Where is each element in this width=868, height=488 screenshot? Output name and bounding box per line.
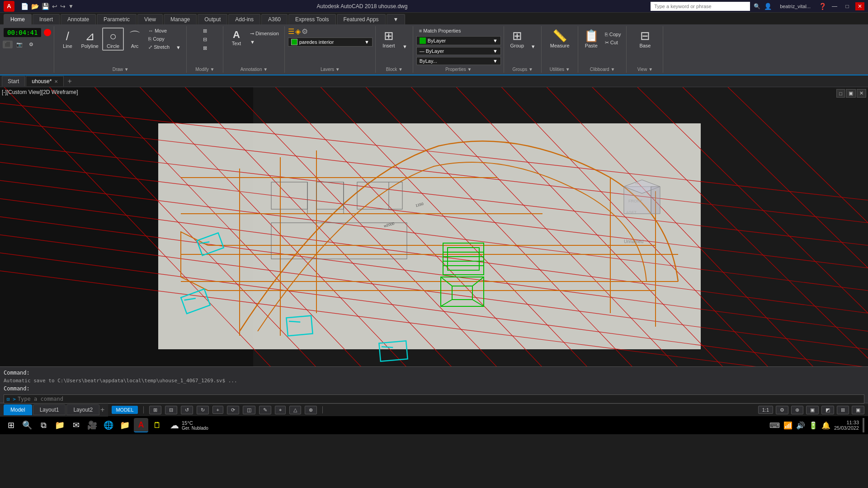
bylayer-lineweight-dropdown[interactable]: ByLay... ▼ (416, 57, 501, 65)
command-input[interactable] (18, 396, 861, 402)
polar-button[interactable]: ↻ (197, 406, 209, 414)
clipboard-copy-button[interactable]: ⎘ Copy (602, 31, 624, 38)
polyline-button[interactable]: ⊿ Polyline (78, 28, 101, 51)
paste-button[interactable]: 📋 Paste (581, 27, 601, 50)
tab-more[interactable]: ▼ (387, 14, 406, 24)
dyn-button[interactable]: ✎ (259, 406, 271, 414)
search-input[interactable] (651, 2, 750, 11)
zoom-button[interactable]: 🎥 (85, 418, 99, 432)
viewport[interactable]: [-][Custom View][2D Wireframe] □ ▣ ✕ (0, 87, 868, 366)
stretch-button[interactable]: ⤢ Stretch (146, 43, 172, 51)
move-button[interactable]: ↔ Move (146, 27, 172, 34)
model-space-button[interactable]: MODEL (112, 406, 137, 414)
qat-redo-icon[interactable]: ↪ (60, 3, 66, 10)
arc-button[interactable]: ⌒ Arc (125, 28, 145, 51)
measure-button[interactable]: 📏 Measure (547, 27, 572, 50)
otrack-button[interactable]: ⟳ (227, 406, 239, 414)
tab-featured[interactable]: Featured Apps (337, 14, 386, 24)
copy-button[interactable]: ⎘ Copy (146, 35, 172, 42)
vp-restore-btn[interactable]: □ (836, 89, 845, 98)
base-button[interactable]: ⊟ Base (635, 27, 655, 50)
layer-dropdown[interactable]: paredes interior ▼ (288, 38, 373, 47)
modify-btn-2[interactable]: ⊟ (200, 36, 210, 43)
clipboard-cut-button[interactable]: ✂ Cut (602, 39, 624, 47)
modify-btn-1[interactable]: ⊞ (200, 27, 210, 35)
maximize-button[interactable]: □ (843, 2, 852, 10)
tab-manage[interactable]: Manage (164, 14, 197, 24)
match-properties-button[interactable]: ≡ Match Properties (416, 27, 464, 34)
ortho-button[interactable]: ↺ (181, 406, 193, 414)
file-explorer-button[interactable]: 📁 (52, 418, 67, 432)
tab-insert[interactable]: Insert (33, 14, 60, 24)
block-more[interactable]: ▼ (400, 43, 410, 50)
network-icon[interactable]: 📶 (783, 421, 793, 430)
transparency-button[interactable]: △ (289, 406, 301, 414)
command-input-area[interactable]: ⊡ > (4, 394, 864, 404)
bylayer-color-dropdown[interactable]: ByLayer ▼ (416, 36, 501, 45)
autocad-taskbar-button[interactable]: A (134, 418, 148, 432)
zoom-ratio[interactable]: 1:1 (758, 406, 773, 414)
taskview-button[interactable]: ⧉ (36, 418, 51, 432)
group-button[interactable]: ⊞ Group (507, 27, 527, 50)
doc-tab-uhouse-close[interactable]: ✕ (54, 79, 58, 84)
folder-button[interactable]: 📁 (118, 418, 132, 432)
notification-icon[interactable]: 🔔 (821, 421, 830, 430)
layout-tab-layout2[interactable]: Layout2 (66, 404, 99, 415)
camera-button[interactable]: 📷 (14, 41, 25, 48)
sel-cycling-button[interactable]: ⊕ (305, 406, 317, 414)
close-button[interactable]: ✕ (855, 2, 864, 10)
start-button[interactable]: ⊞ (4, 418, 18, 432)
circle-button[interactable]: ○ Circle (102, 28, 124, 51)
layout-tab-model[interactable]: Model (4, 404, 32, 415)
layout-tab-layout1[interactable]: Layout1 (33, 404, 66, 415)
doc-tab-uhouse[interactable]: uhouse* ✕ (26, 76, 64, 86)
tab-annotate[interactable]: Annotate (61, 14, 96, 24)
tab-express[interactable]: Express Tools (288, 14, 335, 24)
snap-button[interactable]: ⊟ (165, 406, 177, 414)
doc-tab-start[interactable]: Start (2, 76, 25, 86)
line-button[interactable]: / Line (57, 28, 77, 51)
keyboard-icon[interactable]: ⌨ (769, 421, 780, 430)
layout-add-button[interactable]: + (100, 406, 104, 414)
workspace-button[interactable]: ⊕ (791, 406, 803, 414)
doc-tab-add[interactable]: + (65, 76, 74, 86)
volume-icon[interactable]: 🔊 (796, 421, 805, 430)
qat-more-icon[interactable]: ▼ (68, 3, 74, 9)
search-taskbar-button[interactable]: 🔍 (20, 418, 34, 432)
isodraft-button[interactable]: ⊞ (837, 406, 849, 414)
show-desktop-button[interactable] (863, 418, 864, 432)
hardware-accel[interactable]: ▣ (852, 406, 864, 414)
stop-record-button[interactable]: ⬛ (3, 41, 13, 48)
draw-more-button[interactable]: ▼ (173, 44, 184, 51)
battery-icon[interactable]: 🔋 (809, 421, 818, 430)
annotate-visibility[interactable]: ◩ (821, 406, 834, 414)
lwt-button[interactable]: ⌖ (275, 406, 286, 414)
qat-open-icon[interactable]: 📂 (31, 3, 39, 10)
dimension-button[interactable]: ⊸ Dimension (247, 30, 282, 38)
qat-save-icon[interactable]: 💾 (42, 3, 49, 10)
ducs-button[interactable]: ◫ (243, 406, 255, 414)
modify-btn-3[interactable]: ⊠ (200, 44, 210, 52)
notes-button[interactable]: 🗒 (150, 418, 165, 432)
osnap-button[interactable]: + (212, 406, 223, 414)
insert-button[interactable]: ⊞ Insert (379, 27, 399, 50)
groups-more[interactable]: ▼ (528, 43, 538, 50)
vp-close-btn[interactable]: ✕ (857, 89, 866, 98)
record-button[interactable] (44, 29, 51, 36)
bylayer-linetype-dropdown[interactable]: — ByLayer ▼ (416, 47, 501, 55)
snap-grid-button[interactable]: ⊞ (149, 406, 161, 414)
tab-output[interactable]: Output (198, 14, 227, 24)
tab-a360[interactable]: A360 (261, 14, 288, 24)
qat-undo-icon[interactable]: ↩ (52, 3, 57, 10)
tab-parametric[interactable]: Parametric (97, 14, 137, 24)
vp-max-btn[interactable]: ▣ (846, 89, 856, 98)
tab-home[interactable]: Home (4, 14, 32, 24)
mail-button[interactable]: ✉ (69, 418, 83, 432)
tab-addins[interactable]: Add-ins (228, 14, 260, 24)
qat-new-icon[interactable]: 📄 (21, 3, 28, 10)
text-button[interactable]: A Text (226, 27, 246, 48)
browser-button[interactable]: 🌐 (101, 418, 116, 432)
minimize-button[interactable]: — (830, 2, 839, 10)
settings-button[interactable]: ⚙ (26, 41, 36, 48)
taskbar-clock[interactable]: 11:33 25/03/2022 (834, 420, 859, 431)
